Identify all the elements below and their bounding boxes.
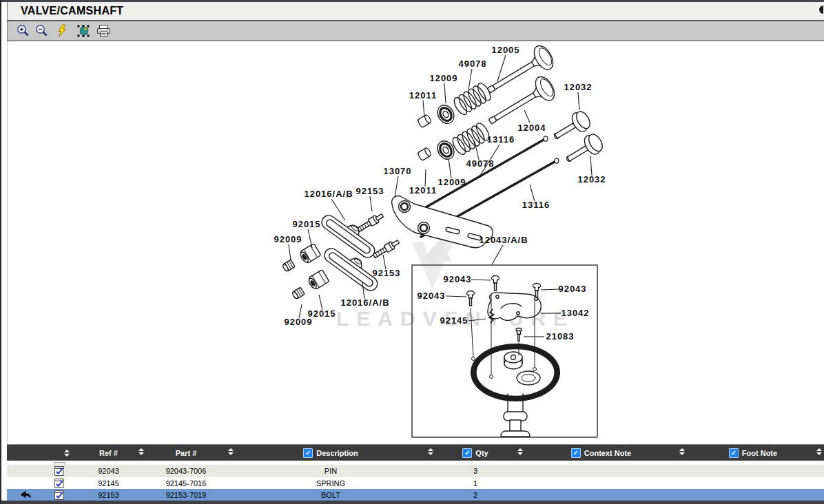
cell-context-note xyxy=(520,489,682,501)
cell-foot-note xyxy=(682,489,824,501)
cell-description: SPRING xyxy=(231,477,431,490)
cell-context-note xyxy=(520,477,682,490)
part-camshaft-gear-12043[interactable] xyxy=(473,346,557,437)
sort-icon[interactable] xyxy=(63,450,70,456)
column-checkbox[interactable] xyxy=(571,448,581,458)
part-label[interactable]: 49078 xyxy=(466,158,494,169)
part-screw-92009-upper[interactable] xyxy=(282,260,295,272)
column-checkbox[interactable] xyxy=(303,448,313,458)
part-label[interactable]: 13116 xyxy=(522,200,550,210)
part-label[interactable]: 92043 xyxy=(443,274,471,284)
cell-ref: 92043 xyxy=(76,465,141,477)
column-header-part[interactable]: Part # xyxy=(141,445,231,461)
part-label[interactable]: 92043 xyxy=(558,284,586,294)
part-label[interactable]: 92043 xyxy=(417,291,445,301)
part-label[interactable]: 49078 xyxy=(458,59,486,69)
column-header-ref[interactable]: Ref # xyxy=(76,445,141,461)
cell-context-note xyxy=(520,465,682,477)
window-left-border xyxy=(0,0,1,504)
zoom-out-button[interactable] xyxy=(34,23,49,39)
column-header-icon xyxy=(7,445,76,461)
cell-part: 92145-7016 xyxy=(141,477,231,490)
zoom-in-button[interactable] xyxy=(15,23,30,39)
part-label[interactable]: 12043/A/B xyxy=(479,235,528,245)
parts-catalog-window: VALVE/CAMSHAFT xyxy=(0,0,824,504)
toolbar xyxy=(7,21,824,41)
part-label[interactable]: 92009 xyxy=(274,234,302,244)
table-row-selected[interactable]: 92153 92153-7019 BOLT 2 xyxy=(7,489,824,501)
column-label: Foot Note xyxy=(742,449,777,457)
cell-ref: 92153 xyxy=(76,489,141,501)
part-bolt-92153-upper[interactable] xyxy=(356,212,384,233)
sort-icon[interactable] xyxy=(816,448,823,455)
cell-foot-note xyxy=(682,465,824,477)
part-label[interactable]: 12016/A/B xyxy=(304,189,353,199)
cell-icon xyxy=(7,477,76,490)
part-label[interactable]: 12005 xyxy=(491,45,519,55)
part-screw-92009-lower[interactable] xyxy=(291,287,305,300)
print-button[interactable] xyxy=(96,23,111,39)
part-label[interactable]: 12011 xyxy=(409,185,437,196)
part-nut-92015-upper[interactable] xyxy=(298,244,321,265)
part-label[interactable]: 12009 xyxy=(437,177,466,187)
column-label: Description xyxy=(316,449,358,457)
column-label: Part # xyxy=(176,449,197,457)
part-guide-13042[interactable] xyxy=(488,293,541,320)
part-cap-12011-lower[interactable] xyxy=(418,147,432,161)
part-spring-49078-lower[interactable] xyxy=(451,121,492,156)
title-bar: VALVE/CAMSHAFT xyxy=(7,2,824,21)
table-row[interactable]: 92043 92043-7006 PIN 3 xyxy=(7,465,824,477)
cell-qty: 2 xyxy=(431,489,520,501)
column-header-qty[interactable]: Qty xyxy=(431,445,520,461)
highlight-button[interactable] xyxy=(54,23,70,39)
part-bolt-92153-lower[interactable] xyxy=(372,238,400,260)
part-label[interactable]: 12016/A/B xyxy=(340,297,389,308)
part-label[interactable]: 92015 xyxy=(292,219,320,229)
edit-icon[interactable] xyxy=(54,478,65,489)
edit-icon[interactable] xyxy=(54,490,65,501)
cell-part: 92043-7006 xyxy=(141,465,231,477)
diagram-canvas: LEADVENTURE xyxy=(8,41,824,444)
table-body: 92043 92043-7006 PIN 3 xyxy=(7,465,824,501)
select-region-button[interactable] xyxy=(76,23,91,39)
column-label: Ref # xyxy=(99,449,118,457)
part-nut-92015-lower[interactable] xyxy=(307,270,329,291)
parts-table: Ref # Part # Description Qty Context Not… xyxy=(7,444,824,501)
part-label[interactable]: 92153 xyxy=(356,186,384,196)
exploded-diagram: LEADVENTURE xyxy=(7,41,824,444)
column-checkbox[interactable] xyxy=(729,448,739,458)
part-label[interactable]: 12032 xyxy=(577,174,606,185)
part-pin-21083[interactable] xyxy=(516,328,522,342)
edit-icon[interactable] xyxy=(54,465,65,476)
cell-description: PIN xyxy=(231,465,431,477)
part-label[interactable]: 12011 xyxy=(409,90,437,101)
part-labels: 12005 49078 12009 12011 12032 12004 1311… xyxy=(274,45,606,342)
undo-arrow-icon[interactable] xyxy=(18,489,32,500)
part-tappet-12032-lower[interactable] xyxy=(562,131,606,169)
part-label[interactable]: 13070 xyxy=(383,166,411,176)
cell-part: 92153-7019 xyxy=(141,489,231,501)
zoom-out-icon xyxy=(35,24,48,37)
cell-qty: 1 xyxy=(431,477,520,490)
column-header-foot-note[interactable]: Foot Note xyxy=(682,445,824,461)
part-label[interactable]: 13042 xyxy=(561,308,589,318)
column-checkbox[interactable] xyxy=(462,448,472,458)
lightning-icon xyxy=(56,24,68,37)
part-seal-12009-lower[interactable] xyxy=(434,138,457,162)
table-row[interactable]: 92145 92145-7016 SPRING 1 xyxy=(7,477,824,490)
part-label[interactable]: 12009 xyxy=(429,73,457,83)
column-label: Context Note xyxy=(584,449,631,457)
column-header-description[interactable]: Description xyxy=(231,445,431,461)
part-pin-92043-c[interactable] xyxy=(467,291,475,306)
part-label[interactable]: 92009 xyxy=(284,317,312,327)
part-spring-49078-upper[interactable] xyxy=(452,81,493,116)
part-label[interactable]: 92153 xyxy=(372,268,400,278)
part-label[interactable]: 12032 xyxy=(564,82,592,92)
part-label[interactable]: 12004 xyxy=(517,123,546,133)
column-header-context-note[interactable]: Context Note xyxy=(520,445,682,461)
part-label[interactable]: 13116 xyxy=(487,134,515,145)
part-label[interactable]: 92145 xyxy=(440,315,468,326)
part-label[interactable]: 21083 xyxy=(546,331,574,342)
part-seal-12009-upper[interactable] xyxy=(434,102,457,126)
part-pin-92043-a[interactable] xyxy=(492,276,499,291)
